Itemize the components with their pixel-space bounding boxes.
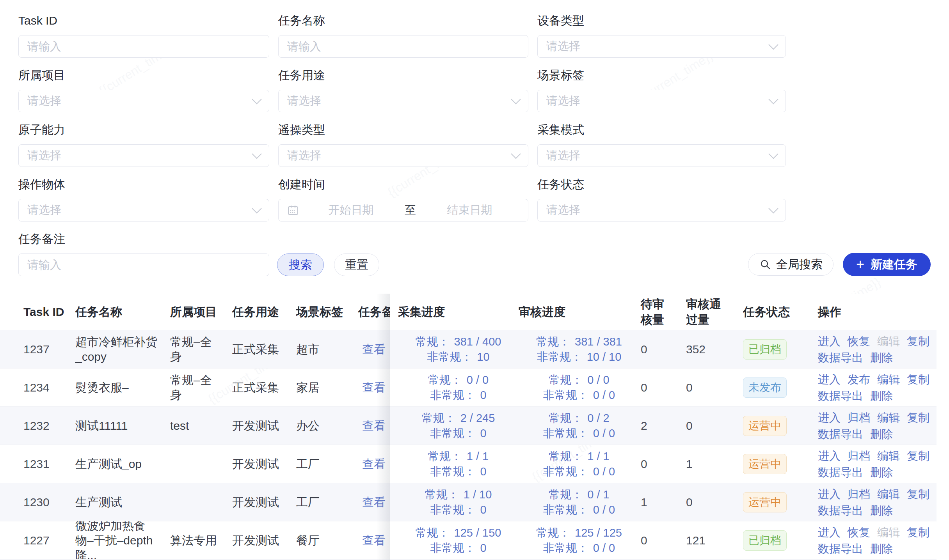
col-header-actions: 操作	[812, 294, 937, 330]
action-link[interactable]: 进入	[818, 412, 841, 424]
action-link[interactable]: 归档	[848, 488, 870, 500]
search-button[interactable]: 搜索	[277, 253, 324, 276]
cell-collect-progress-regular: 常规：0 / 0	[428, 372, 489, 388]
action-link[interactable]: 恢复	[848, 335, 870, 347]
irregular-value: 0 / 0	[593, 503, 615, 516]
action-link[interactable]: 编辑	[877, 412, 900, 424]
irregular-value: 0	[480, 503, 486, 516]
create-time-range-picker[interactable]: 开始日期 至 结束日期	[278, 199, 528, 222]
action-link[interactable]: 数据导出	[818, 466, 863, 478]
global-search-label: 全局搜索	[776, 257, 823, 273]
create-time-label: 创建时间	[278, 179, 528, 190]
cell-review-progress: 常规：0 / 2非常规：0 / 0	[519, 407, 640, 445]
device-type-select[interactable]: 请选择	[537, 35, 786, 58]
purpose-select[interactable]: 请选择	[278, 90, 528, 112]
task-id-input[interactable]	[27, 40, 260, 53]
task-remark-input[interactable]	[27, 259, 260, 271]
cell-review-progress-irregular: 非常规：0 / 0	[543, 388, 615, 403]
cell-review-progress: 常规：0 / 1非常规：0 / 0	[519, 483, 640, 521]
purpose-placeholder: 请选择	[287, 93, 512, 109]
action-link[interactable]: 进入	[818, 450, 841, 462]
cell-review-progress-regular: 常规：125 / 125	[536, 525, 622, 541]
action-link[interactable]: 数据导出	[818, 428, 863, 440]
task-management-page: { "watermark": {"text": "{{current_time}…	[0, 0, 949, 560]
action-link[interactable]: 删除	[870, 428, 893, 440]
cell-remark: 查看	[358, 407, 390, 445]
cell-task-id: 1227	[0, 521, 75, 559]
action-link[interactable]: 数据导出	[818, 543, 863, 555]
global-search-button[interactable]: 全局搜索	[748, 253, 833, 276]
cell-collect-progress-irregular: 非常规：0	[430, 502, 486, 517]
project-select[interactable]: 请选择	[18, 90, 269, 112]
action-link[interactable]: 复制	[907, 488, 929, 500]
action-link[interactable]: 发布	[848, 374, 870, 385]
action-link[interactable]: 复制	[907, 450, 929, 462]
view-remark-link[interactable]: 查看	[358, 533, 386, 548]
collect-mode-label: 采集模式	[537, 124, 786, 136]
irregular-value: 0	[480, 389, 486, 401]
col-header-status: 任务状态	[743, 294, 812, 330]
action-link[interactable]: 恢复	[848, 526, 870, 538]
cell-purpose: 开发测试	[232, 407, 296, 445]
operate-object-label: 操作物体	[18, 179, 269, 190]
field-purpose: 任务用途 请选择	[278, 69, 528, 112]
task-name-input[interactable]	[287, 40, 519, 53]
cell-status: 运营中	[743, 483, 812, 521]
view-remark-link[interactable]: 查看	[358, 418, 386, 433]
action-link[interactable]: 数据导出	[818, 390, 863, 402]
action-link[interactable]: 进入	[818, 335, 841, 347]
action-link[interactable]: 编辑	[877, 374, 900, 385]
action-link[interactable]: 编辑	[877, 450, 900, 462]
action-link[interactable]: 数据导出	[818, 505, 863, 516]
collect-mode-select[interactable]: 请选择	[537, 144, 786, 167]
action-link[interactable]: 复制	[907, 335, 929, 347]
scene-tag-select[interactable]: 请选择	[537, 90, 786, 112]
atomic-ability-select[interactable]: 请选择	[18, 144, 269, 167]
action-link[interactable]: 复制	[907, 526, 929, 538]
cell-review-progress-irregular: 非常规：10 / 10	[537, 349, 622, 365]
irregular-value: 10 / 10	[587, 351, 622, 363]
action-link[interactable]: 删除	[870, 505, 893, 516]
irregular-label: 非常规：	[430, 389, 475, 401]
action-link[interactable]: 删除	[870, 352, 893, 363]
view-remark-link[interactable]: 查看	[358, 380, 386, 395]
action-link[interactable]: 进入	[818, 526, 841, 538]
regular-label: 常规：	[549, 374, 583, 386]
teleop-type-select[interactable]: 请选择	[278, 144, 528, 167]
reset-button[interactable]: 重置	[334, 253, 379, 276]
regular-value: 381 / 381	[575, 335, 622, 348]
action-link[interactable]: 进入	[818, 488, 841, 500]
cell-passed-count: 352	[681, 330, 743, 368]
action-link[interactable]: 进入	[818, 374, 841, 385]
action-link[interactable]: 复制	[907, 374, 929, 385]
view-remark-link[interactable]: 查看	[358, 495, 386, 510]
status-badge: 已归档	[743, 530, 787, 551]
cell-purpose: 开发测试	[232, 521, 296, 559]
cell-collect-progress: 常规：1 / 1非常规：0	[390, 445, 519, 483]
action-link[interactable]: 归档	[848, 450, 870, 462]
operate-object-select[interactable]: 请选择	[18, 199, 269, 222]
regular-label: 常规：	[536, 526, 570, 539]
table-body: 1237超市冷鲜柜补货_copy常规–全身正式采集超市查看常规：381 / 40…	[0, 330, 937, 560]
action-link[interactable]: 删除	[870, 390, 893, 402]
action-link[interactable]: 编辑	[877, 488, 900, 500]
task-status-select[interactable]: 请选择	[537, 199, 786, 222]
cell-review-progress-regular: 常规：381 / 381	[536, 334, 622, 349]
irregular-value: 10	[477, 351, 489, 363]
cell-passed-count: 121	[681, 521, 743, 559]
action-link[interactable]: 复制	[907, 412, 929, 424]
action-link[interactable]: 删除	[870, 543, 893, 555]
view-remark-link[interactable]: 查看	[358, 457, 386, 471]
action-link[interactable]: 数据导出	[818, 352, 863, 363]
action-link[interactable]: 归档	[848, 412, 870, 424]
start-date-placeholder[interactable]: 开始日期	[301, 202, 401, 218]
irregular-label: 非常规：	[430, 503, 475, 516]
view-remark-link[interactable]: 查看	[358, 342, 386, 357]
new-task-button[interactable]: + 新建任务	[843, 253, 931, 276]
chevron-down-icon	[511, 94, 521, 104]
action-link[interactable]: 删除	[870, 466, 893, 478]
cell-passed-count: 0	[681, 369, 743, 406]
end-date-placeholder[interactable]: 结束日期	[420, 202, 519, 218]
table-header-row: Task ID 任务名称 所属项目 任务用途 场景标签 任务备注 采集进度 审核…	[0, 294, 937, 330]
field-operate-object: 操作物体 请选择	[18, 179, 269, 222]
